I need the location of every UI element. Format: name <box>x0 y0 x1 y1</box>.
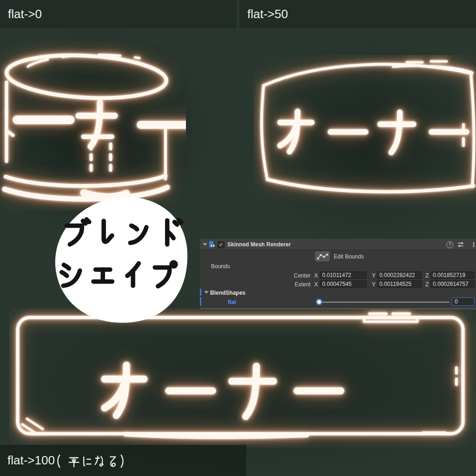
extent-x-field[interactable]: 0.00047545 <box>320 280 367 288</box>
flat-slider-knob[interactable] <box>316 298 323 305</box>
skinned-mesh-renderer-panel: ✓ Skinned Mesh Renderer ? ⋮ Edit Bounds … <box>200 239 476 309</box>
flat-slider-track[interactable] <box>317 302 450 303</box>
bubble-blob <box>55 197 187 323</box>
render-flat0-cylinder <box>0 40 186 211</box>
caption-bar-flat100: flat->100 <box>0 445 246 476</box>
flat-sign-interior <box>24 324 456 427</box>
blendshapes-override-bar <box>200 289 201 296</box>
menu-icon[interactable]: ⋮ <box>470 241 476 248</box>
flat-override-bar <box>200 297 201 306</box>
flat-value-field[interactable]: 0 <box>452 298 475 306</box>
caption-flat100-suffix <box>55 453 134 469</box>
cylinder-left-edge <box>7 82 13 161</box>
center-label: Center <box>274 272 311 279</box>
center-y-field[interactable]: 0.0002282422 <box>377 271 422 279</box>
extent-x-axis-label: X <box>314 281 318 288</box>
component-foldout-icon[interactable] <box>203 243 207 246</box>
edit-bounds-icon <box>316 252 329 261</box>
curved-sign-text <box>280 112 467 152</box>
bounds-label: Bounds <box>211 263 230 270</box>
extent-label: Extent <box>274 281 311 288</box>
edit-bounds-button[interactable] <box>315 251 330 261</box>
extent-y-field[interactable]: 0.001194525 <box>377 280 422 288</box>
caption-flat0-text: flat->0 <box>8 7 42 21</box>
skinned-mesh-renderer-icon <box>208 240 216 248</box>
blendshapes-section-label: BlendShapes <box>210 290 245 296</box>
caption-flat50-text: flat->50 <box>247 7 288 21</box>
center-x-axis-label: X <box>314 272 318 279</box>
presets-icon[interactable] <box>457 241 464 248</box>
cylinder-backface-dashes <box>91 144 111 173</box>
flat-blendshape-label: flat <box>228 299 236 305</box>
extent-z-axis-label: Z <box>425 281 429 288</box>
render-flat100-flat <box>9 308 476 448</box>
checkmark-icon: ✓ <box>219 242 223 247</box>
blendshapes-foldout-icon[interactable] <box>204 291 209 294</box>
extent-z-field[interactable]: 0.0002614757 <box>430 280 475 288</box>
center-y-axis-label: Y <box>372 272 376 279</box>
center-z-field[interactable]: 0.001852719 <box>430 271 475 279</box>
edit-bounds-label: Edit Bounds <box>334 253 364 260</box>
center-z-axis-label: Z <box>425 272 429 279</box>
screenshot-root: { "colors": { "background": "#2a372f", "… <box>0 0 476 476</box>
caption-bar-flat0: flat->0 <box>0 0 237 28</box>
extent-y-axis-label: Y <box>372 281 376 288</box>
blend-shape-bubble <box>53 195 193 328</box>
cylinder-text-band <box>17 103 186 146</box>
caption-flat100-text: flat->100 <box>7 453 55 468</box>
component-title: Skinned Mesh Renderer <box>227 241 291 248</box>
help-icon[interactable]: ? <box>446 241 453 248</box>
caption-bar-flat50: flat->50 <box>239 0 476 28</box>
center-x-field[interactable]: 0.01011472 <box>320 271 367 279</box>
cylinder-top-ring <box>6 52 167 102</box>
component-enabled-checkbox[interactable]: ✓ <box>218 241 225 248</box>
render-flat50-curved <box>253 55 476 214</box>
